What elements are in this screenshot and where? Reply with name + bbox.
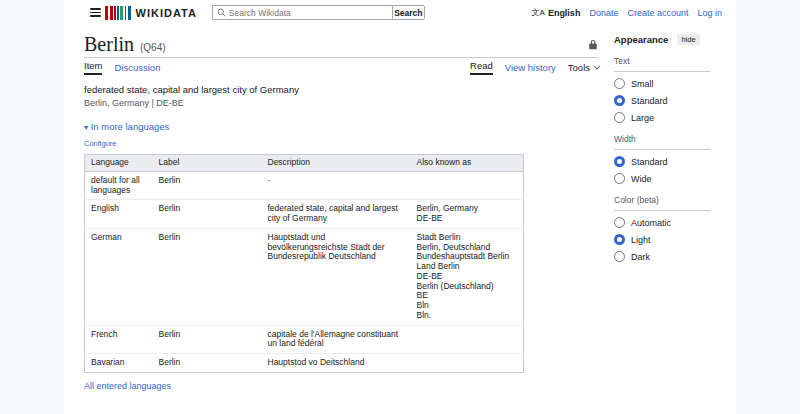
create-account-link[interactable]: Create account [627,8,688,18]
cell-description[interactable]: - [262,171,411,200]
radio-icon[interactable] [614,251,625,262]
section-label: Width [614,134,710,150]
option-label: Standard [631,157,668,167]
table-row: default for all languages Berlin - [85,171,524,200]
cell-aliases[interactable]: Stadt Berlin Berlin, Deutschland Bundesh… [411,228,524,325]
cell-label[interactable]: Berlin [153,171,262,200]
table-row: French Berlin capitale de l'Allemagne co… [85,325,524,354]
lock-icon[interactable] [588,39,598,50]
col-header-also-known-as: Also known as [411,155,524,172]
tab-discussion[interactable]: Discussion [114,62,160,75]
width-option-standard[interactable]: Standard [614,156,710,167]
appearance-hide-button[interactable]: hide [677,34,699,45]
cell-aliases [411,171,524,200]
view-tabs: Read View history Tools [470,60,598,75]
text-option-standard[interactable]: Standard [614,95,710,106]
radio-icon[interactable] [614,173,625,184]
cell-label[interactable]: Berlin [153,228,262,325]
color-option-dark[interactable]: Dark [614,251,710,262]
alias: Berlin (Deutschland) [417,282,518,292]
wikidata-wordmark: WIKIDATA [136,7,197,19]
cell-description[interactable]: federated state, capital and largest cit… [262,200,411,229]
color-option-automatic[interactable]: Automatic [614,217,710,228]
section-label: Color (beta) [614,195,710,211]
appearance-title: Appearance [614,34,668,45]
appearance-panel: Appearance hide Text Small Standard Larg… [614,25,710,414]
cell-label[interactable]: Berlin [153,325,262,354]
option-label: Large [631,113,654,123]
cell-description[interactable]: Hauptstod vo Deitschland [262,354,411,373]
table-row: Bavarian Berlin Hauptstod vo Deitschland [85,354,524,373]
table-header-row: Language Label Description Also known as [85,155,524,172]
main-menu-icon[interactable] [90,8,101,17]
appearance-title-row: Appearance hide [614,34,710,45]
cell-label[interactable]: Berlin [153,354,262,373]
wikidata-logo[interactable]: WIKIDATA [105,6,197,20]
color-option-light[interactable]: Light [614,234,710,245]
cell-label[interactable]: Berlin [153,200,262,229]
appearance-section-width: Width Standard Wide [614,134,710,184]
cell-language: French [85,325,153,354]
cell-description[interactable]: capitale de l'Allemagne constituant un l… [262,325,411,354]
page-container: WIKIDATA Search 文A English Donate Create… [64,0,736,414]
col-header-language: Language [85,155,153,172]
radio-icon[interactable] [614,112,625,123]
log-in-link[interactable]: Log in [697,8,722,18]
wikidata-logo-icon [105,6,131,20]
alias: Bln. [417,311,518,321]
option-label: Automatic [631,218,671,228]
page-title: Berlin [84,34,134,54]
content-area: Berlin (Q64) Item Discussion Read View h… [64,25,736,414]
alias: DE-BE [417,214,518,224]
language-icon: 文A [532,7,545,18]
cell-language: English [85,200,153,229]
radio-icon[interactable] [614,234,625,245]
col-header-description: Description [262,155,411,172]
more-languages-label: In more languages [91,121,170,132]
tab-item[interactable]: Item [84,60,102,75]
entity-id: (Q64) [140,42,166,53]
radio-icon[interactable] [614,78,625,89]
table-row: English Berlin federated state, capital … [85,200,524,229]
cell-language: Bavarian [85,354,153,373]
search-input[interactable] [229,8,388,18]
search-bar: Search [212,5,425,20]
radio-icon[interactable] [614,95,625,106]
section-label: Text [614,56,710,72]
cell-language: default for all languages [85,171,153,200]
tab-tools[interactable]: Tools [568,62,598,75]
top-bar: WIKIDATA Search 文A English Donate Create… [64,0,736,25]
configure-link[interactable]: Configure [84,139,117,148]
language-table: Language Label Description Also known as… [84,154,524,373]
option-label: Wide [631,174,652,184]
more-languages-toggle[interactable]: ▾ In more languages [84,121,598,132]
cell-language: German [85,228,153,325]
entity-aliases-line: Berlin, Germany | DE-BE [84,98,598,108]
option-label: Small [631,79,654,89]
all-entered-languages-link[interactable]: All entered languages [84,381,171,391]
cell-description[interactable]: Hauptstadt und bevölkerungsreichste Stad… [262,228,411,325]
radio-icon[interactable] [614,156,625,167]
table-row: German Berlin Hauptstadt und bevölkerung… [85,228,524,325]
user-links: 文A English Donate Create account Log in [532,7,722,18]
search-icon [217,8,226,17]
tab-read[interactable]: Read [470,60,493,75]
donate-link[interactable]: Donate [589,8,618,18]
cell-aliases[interactable]: Berlin, Germany DE-BE [411,200,524,229]
option-label: Dark [631,252,650,262]
option-label: Light [631,235,651,245]
tools-label: Tools [568,62,590,73]
alias: BE [417,291,518,301]
col-header-label: Label [153,155,262,172]
width-option-wide[interactable]: Wide [614,173,710,184]
text-option-small[interactable]: Small [614,78,710,89]
option-label: Standard [631,96,668,106]
appearance-section-color: Color (beta) Automatic Light Dark [614,195,710,262]
alias: Bln [417,301,518,311]
radio-icon[interactable] [614,217,625,228]
page-tabs: Item Discussion Read View history Tools [84,61,598,75]
text-option-large[interactable]: Large [614,112,710,123]
search-button[interactable]: Search [392,5,425,20]
language-selector[interactable]: 文A English [532,7,581,18]
tab-view-history[interactable]: View history [505,62,556,75]
